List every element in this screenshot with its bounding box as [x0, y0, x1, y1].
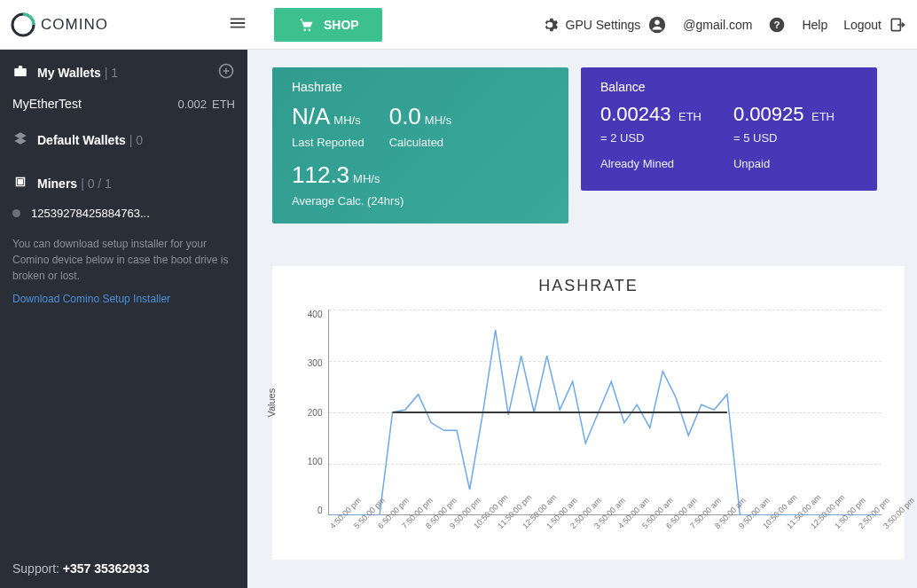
gpu-settings-label: GPU Settings — [566, 18, 641, 32]
hashrate-calc-unit: MH/s — [425, 114, 451, 127]
briefcase-icon — [12, 63, 28, 82]
default-wallets-header[interactable]: Default Wallets | 0 — [12, 130, 235, 149]
main-content: Hashrate N/AMH/s Last Reported 0.0MH/s C… — [247, 50, 917, 588]
support-phone[interactable]: +357 35362933 — [63, 561, 150, 576]
support-footer: Support: +357 35362933 — [0, 549, 247, 588]
miners-label: Miners — [37, 176, 77, 191]
gear-icon — [541, 16, 559, 34]
wallet-item[interactable]: MyEtherTest 0.002 ETH — [0, 90, 247, 118]
hashrate-calc-label: Calculated — [389, 136, 452, 149]
default-wallets-label: Default Wallets — [37, 133, 126, 147]
help-icon[interactable]: ? — [768, 16, 786, 34]
sidebar: My Wallets | 1 MyEtherTest 0.002 ETH Def… — [0, 50, 247, 588]
brand-text: COMINO — [41, 16, 108, 34]
account-icon — [647, 15, 667, 35]
miner-id: 12539278425884763... — [31, 207, 150, 220]
hashrate-title: Hashrate — [292, 80, 549, 94]
wallet-currency: ETH — [212, 98, 235, 111]
user-email[interactable]: @gmail.com — [683, 18, 752, 32]
layers-icon — [12, 130, 28, 149]
logout-icon — [889, 16, 906, 34]
chart-y-label: Values — [266, 388, 277, 418]
balance-card: Balance 0.00243 ETH = 2 USD Already Mine… — [581, 67, 877, 191]
balance-unpaid-unit: ETH — [811, 110, 835, 123]
chip-icon — [12, 174, 28, 192]
hashrate-reported-label: Last Reported — [292, 136, 364, 149]
shop-button[interactable]: SHOP — [274, 8, 382, 42]
support-label: Support: — [12, 561, 63, 576]
svg-point-2 — [655, 20, 661, 25]
balance-mined-usd: = 2 USD — [600, 131, 701, 145]
wallet-name: MyEtherTest — [12, 97, 82, 111]
logout-link[interactable]: Logout — [843, 16, 906, 34]
balance-unpaid-value: 0.00925 — [733, 103, 804, 125]
my-wallets-label: My Wallets — [37, 66, 101, 80]
svg-text:?: ? — [774, 19, 780, 30]
download-installer-link[interactable]: Download Comino Setup Installer — [0, 293, 247, 305]
balance-title: Balance — [600, 80, 858, 94]
wallet-amount: 0.002 — [177, 98, 207, 111]
logo[interactable]: COMINO — [11, 12, 219, 37]
chart-y-ticks: 4003002001000 — [300, 310, 323, 515]
hashrate-reported-unit: MH/s — [333, 114, 360, 127]
svg-rect-9 — [19, 180, 23, 184]
hashrate-avg-label: Average Calc. (24hrs) — [292, 194, 549, 208]
hashrate-avg-value: 112.3 — [292, 161, 349, 188]
hashrate-avg-unit: MH/s — [353, 172, 380, 185]
my-wallets-count: | 1 — [105, 66, 118, 80]
hashrate-reported-value: N/A — [292, 103, 330, 129]
hashrate-card: Hashrate N/AMH/s Last Reported 0.0MH/s C… — [272, 67, 568, 223]
chart-plot — [328, 310, 882, 515]
default-wallets-count: | 0 — [129, 133, 143, 147]
logout-label: Logout — [843, 18, 882, 32]
setup-help-text: You can download setup installer for you… — [0, 227, 247, 293]
shop-label: SHOP — [324, 18, 359, 32]
svg-rect-6 — [14, 68, 27, 76]
miners-header[interactable]: Miners | 0 / 1 — [12, 174, 235, 192]
balance-unpaid-usd: = 5 USD — [733, 131, 835, 145]
logo-icon — [11, 12, 35, 37]
balance-mined-unit: ETH — [678, 110, 701, 123]
gpu-settings-link[interactable]: GPU Settings — [541, 15, 668, 35]
help-link[interactable]: Help — [802, 18, 827, 32]
balance-mined-value: 0.00243 — [600, 103, 671, 125]
miner-item[interactable]: 12539278425884763... — [0, 200, 247, 227]
my-wallets-header[interactable]: My Wallets | 1 — [12, 62, 235, 82]
miners-count: | 0 / 1 — [81, 176, 112, 191]
chart-title: HASHRATE — [281, 277, 896, 295]
status-dot-offline — [12, 209, 20, 217]
balance-unpaid-label: Unpaid — [733, 157, 835, 170]
hashrate-chart: HASHRATE Values 4003002001000 4:50:00 pm… — [272, 266, 905, 560]
app-header: COMINO SHOP GPU Settings @gmail.com ? He… — [0, 0, 917, 50]
hashrate-calc-value: 0.0 — [389, 103, 421, 129]
hamburger-icon[interactable] — [228, 13, 247, 36]
cart-icon — [297, 16, 315, 34]
chart-x-ticks: 4:50:00 pm5:50:00 pm6:50:00 pm7:50:00 pm… — [328, 519, 882, 556]
balance-mined-label: Already Mined — [600, 157, 701, 170]
add-wallet-button[interactable] — [217, 62, 235, 82]
